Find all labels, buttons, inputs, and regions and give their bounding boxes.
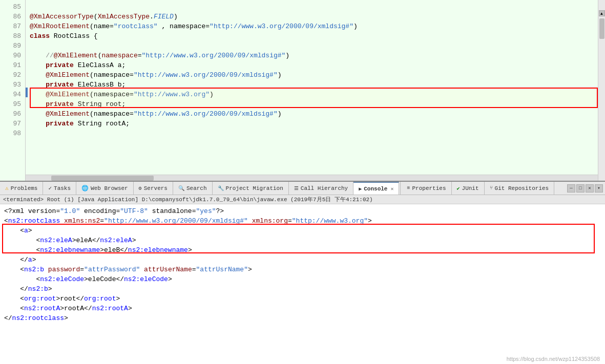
code-line-96: @XmlElement(namespace="http://www.w3.org… bbox=[30, 109, 594, 119]
close-panel-btn[interactable]: ✕ bbox=[586, 184, 594, 192]
tab-console[interactable]: ▶ Console ✕ bbox=[353, 182, 399, 195]
code-line-98 bbox=[30, 129, 594, 138]
search-icon: 🔍 bbox=[178, 185, 184, 191]
tab-search[interactable]: 🔍 Search bbox=[173, 182, 213, 195]
tab-junit[interactable]: ✔ JUnit bbox=[452, 182, 485, 195]
migration-icon: 🔧 bbox=[218, 185, 224, 191]
console-line-11: <ns2:rootA>rootA</ns2:rootA> bbox=[4, 304, 601, 313]
console-line-12: </ns2:rootclass> bbox=[4, 313, 601, 323]
code-line-90: //@XmlElement(namespace="http://www.w3.o… bbox=[30, 51, 594, 60]
tab-tasks[interactable]: ✓ Tasks bbox=[43, 182, 76, 195]
console-line-3: <a> bbox=[4, 226, 601, 235]
console-line-6: </a> bbox=[4, 255, 601, 265]
editor-area: 85 86 87 88 89 90 91 92 93 94 95 96 97 9… bbox=[0, 0, 605, 182]
console-line-10: <org:root>root</org:root> bbox=[4, 294, 601, 304]
code-line-97: private String rootA; bbox=[30, 119, 594, 129]
junit-icon: ✔ bbox=[457, 185, 460, 191]
console-line-8: <ns2:eleCode>eleCode</ns2:eleCode> bbox=[4, 274, 601, 284]
tab-git-repositories[interactable]: ⑂ Git Repositories bbox=[485, 182, 555, 195]
view-menu-btn[interactable]: ▾ bbox=[595, 184, 603, 192]
tab-properties[interactable]: ≡ Properties bbox=[402, 182, 451, 195]
line-numbers: 85 86 87 88 89 90 91 92 93 94 95 96 97 9… bbox=[0, 0, 26, 181]
code-line-94: @XmlElement(namespace="http://www.w3.org… bbox=[30, 90, 594, 99]
tab-actions: — □ ✕ ▾ bbox=[565, 184, 605, 192]
code-line-85 bbox=[30, 2, 594, 12]
tab-servers[interactable]: ⚙ Servers bbox=[134, 182, 173, 195]
properties-icon: ≡ bbox=[407, 185, 410, 191]
servers-icon: ⚙ bbox=[139, 185, 142, 191]
console-output[interactable]: <?xml version="1.0" encoding="UTF-8" sta… bbox=[0, 204, 605, 364]
console-line-2: <ns2:rootclass xmlns:ns2="http://www.w3.… bbox=[4, 216, 601, 226]
maximize-btn[interactable]: □ bbox=[576, 184, 585, 192]
watermark: https://blog.csdn.net/wzp1124353508 bbox=[507, 356, 600, 362]
vertical-scrollbar[interactable]: ▲ bbox=[598, 0, 605, 181]
git-icon: ⑂ bbox=[490, 185, 493, 191]
console-line-9: </ns2:b> bbox=[4, 284, 601, 294]
problems-icon: ⚠ bbox=[5, 185, 9, 191]
console-line-7: <ns2:b password="attrPassword" attrUserN… bbox=[4, 265, 601, 274]
tasks-icon: ✓ bbox=[48, 185, 52, 191]
browser-icon: 🌐 bbox=[81, 185, 89, 191]
tab-web-browser[interactable]: 🌐 Web Browser bbox=[76, 182, 134, 195]
console-line-4: <ns2:eleA>eleA</ns2:eleA> bbox=[4, 235, 601, 245]
code-line-92: @XmlElement(namespace="http://www.w3.org… bbox=[30, 70, 594, 80]
blue-left-bar bbox=[26, 88, 28, 97]
console-icon: ▶ bbox=[359, 186, 362, 192]
code-line-87: @XmlRootElement(name="rootclass" , names… bbox=[30, 22, 594, 31]
minimize-btn[interactable]: — bbox=[567, 184, 575, 192]
tab-project-migration[interactable]: 🔧 Project Migration bbox=[213, 182, 289, 195]
code-content[interactable]: @XmlAccessorType(XmlAccessType.FIELD) @X… bbox=[26, 0, 598, 181]
code-line-93: private EleClassB b; bbox=[30, 80, 594, 90]
code-line-88: class RootClass { bbox=[30, 31, 594, 41]
console-line-1: <?xml version="1.0" encoding="UTF-8" sta… bbox=[4, 206, 601, 216]
tab-problems[interactable]: ⚠ Problems bbox=[0, 182, 43, 195]
code-line-86: @XmlAccessorType(XmlAccessType.FIELD) bbox=[30, 12, 594, 22]
code-line-95: private String root; bbox=[30, 99, 594, 109]
console-close-icon[interactable]: ✕ bbox=[390, 186, 393, 192]
code-line-91: private EleClassA a; bbox=[30, 60, 594, 70]
hierarchy-icon: ☰ bbox=[294, 185, 299, 191]
console-line-5: <ns2:elebnewname>eleB</ns2:elebnewname> bbox=[4, 245, 601, 255]
bottom-panel: ⚠ Problems ✓ Tasks 🌐 Web Browser ⚙ Serve… bbox=[0, 182, 605, 364]
tab-bar: ⚠ Problems ✓ Tasks 🌐 Web Browser ⚙ Serve… bbox=[0, 182, 605, 195]
horizontal-scrollbar[interactable] bbox=[26, 175, 598, 181]
code-line-89 bbox=[30, 41, 594, 51]
console-status-bar: <terminated> Root (1) [Java Application]… bbox=[0, 195, 605, 204]
tab-call-hierarchy[interactable]: ☰ Call Hierarchy bbox=[289, 182, 353, 195]
